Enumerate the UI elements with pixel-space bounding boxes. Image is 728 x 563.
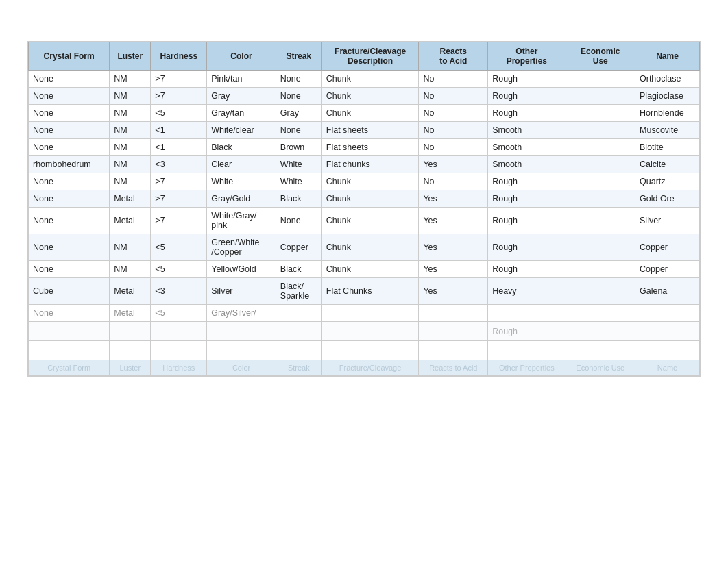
- table-cell: [566, 278, 635, 305]
- table-cell: None: [29, 88, 110, 105]
- table-cell: [566, 305, 635, 322]
- table-cell: No: [419, 88, 488, 105]
- table-cell: No: [419, 139, 488, 156]
- table-cell: Metal: [110, 278, 151, 305]
- header-row: Crystal Form Luster Hardness Color Strea…: [29, 42, 700, 71]
- table-cell: None: [29, 71, 110, 88]
- table-cell: [566, 156, 635, 173]
- table-cell: None: [276, 208, 321, 234]
- table-cell: None: [276, 88, 321, 105]
- table-cell: NM: [110, 122, 151, 139]
- table-cell: Calcite: [635, 156, 700, 173]
- table-cell: <5: [151, 105, 207, 122]
- mineral-table: Crystal Form Luster Hardness Color Strea…: [28, 42, 700, 376]
- table-cell: [566, 208, 635, 234]
- table-cell: Flat Chunks: [321, 278, 419, 305]
- table-cell: Chunk: [321, 234, 419, 261]
- table-cell: <3: [151, 278, 207, 305]
- footer-cell: Reacts to Acid: [419, 360, 488, 376]
- table-cell: Chunk: [321, 261, 419, 278]
- table-cell: [419, 305, 488, 322]
- table-row: NoneNM>7WhiteWhiteChunkNoRoughQuartz: [29, 173, 700, 190]
- table-cell: Chunk: [321, 105, 419, 122]
- table-row: Rough: [29, 322, 700, 341]
- col-other: OtherProperties: [488, 42, 566, 71]
- footer-cell: Hardness: [151, 360, 207, 376]
- table-cell: Muscovite: [635, 122, 700, 139]
- table-cell: NM: [110, 71, 151, 88]
- table-cell: [419, 322, 488, 341]
- table-cell: Yes: [419, 261, 488, 278]
- table-cell: [566, 173, 635, 190]
- table-cell: Yes: [419, 234, 488, 261]
- col-fracture: Fracture/CleavageDescription: [321, 42, 419, 71]
- table-cell: [566, 322, 635, 341]
- table-cell: >7: [151, 71, 207, 88]
- table-cell: Yes: [419, 278, 488, 305]
- table-row: NoneNM>7Pink/tanNoneChunkNoRoughOrthocla…: [29, 71, 700, 88]
- table-cell: White: [276, 156, 321, 173]
- table-cell: NM: [110, 234, 151, 261]
- table-row: NoneNM<1White/clearNoneFlat sheetsNoSmoo…: [29, 122, 700, 139]
- table-row: rhombohedrumNM<3ClearWhiteFlat chunksYes…: [29, 156, 700, 173]
- table-row: CubeMetal<3SilverBlack/SparkleFlat Chunk…: [29, 278, 700, 305]
- table-cell: [29, 341, 110, 360]
- table-cell: <1: [151, 122, 207, 139]
- table-cell: rhombohedrum: [29, 156, 110, 173]
- table-cell: Chunk: [321, 71, 419, 88]
- table-cell: [276, 341, 321, 360]
- col-crystal-form: Crystal Form: [29, 42, 110, 71]
- table-cell: [110, 341, 151, 360]
- table-cell: None: [29, 208, 110, 234]
- table-cell: >7: [151, 88, 207, 105]
- table-cell: No: [419, 122, 488, 139]
- table-cell: Flat sheets: [321, 139, 419, 156]
- table-row: NoneNM<5Yellow/GoldBlackChunkYesRoughCop…: [29, 261, 700, 278]
- table-cell: [321, 322, 419, 341]
- table-cell: NM: [110, 173, 151, 190]
- footer-cell: Name: [635, 360, 700, 376]
- table-cell: [488, 341, 566, 360]
- table-cell: Gold Ore: [635, 190, 700, 208]
- table-cell: Rough: [488, 261, 566, 278]
- table-cell: Rough: [488, 208, 566, 234]
- table-cell: [276, 322, 321, 341]
- table-cell: <5: [151, 305, 207, 322]
- table-cell: <5: [151, 261, 207, 278]
- table-cell: Metal: [110, 190, 151, 208]
- table-cell: Heavy: [488, 278, 566, 305]
- table-cell: Silver: [207, 278, 276, 305]
- table-cell: None: [276, 122, 321, 139]
- table-cell: Copper: [276, 234, 321, 261]
- table-cell: Copper: [635, 234, 700, 261]
- mineral-table-wrapper: Crystal Form Luster Hardness Color Strea…: [27, 41, 701, 377]
- table-cell: >7: [151, 208, 207, 234]
- table-cell: None: [29, 190, 110, 208]
- footer-cell: Other Properties: [488, 360, 566, 376]
- table-cell: [566, 122, 635, 139]
- table-cell: Rough: [488, 71, 566, 88]
- table-row: NoneMetal<5Gray/Silver/: [29, 305, 700, 322]
- page: Crystal Form Luster Hardness Color Strea…: [0, 0, 728, 563]
- table-cell: None: [29, 234, 110, 261]
- col-luster: Luster: [110, 42, 151, 71]
- table-cell: [566, 88, 635, 105]
- table-cell: White/clear: [207, 122, 276, 139]
- table-cell: Silver: [635, 208, 700, 234]
- table-cell: Rough: [488, 322, 566, 341]
- table-cell: Flat chunks: [321, 156, 419, 173]
- table-cell: Gray/Silver/: [207, 305, 276, 322]
- table-cell: [566, 234, 635, 261]
- col-name: Name: [635, 42, 700, 71]
- table-cell: No: [419, 173, 488, 190]
- table-cell: None: [29, 305, 110, 322]
- table-cell: <1: [151, 139, 207, 156]
- table-cell: Black: [207, 139, 276, 156]
- col-reacts: Reactsto Acid: [419, 42, 488, 71]
- table-cell: >7: [151, 190, 207, 208]
- col-color: Color: [207, 42, 276, 71]
- table-cell: Chunk: [321, 190, 419, 208]
- table-cell: Smooth: [488, 139, 566, 156]
- table-cell: No: [419, 71, 488, 88]
- table-cell: NM: [110, 139, 151, 156]
